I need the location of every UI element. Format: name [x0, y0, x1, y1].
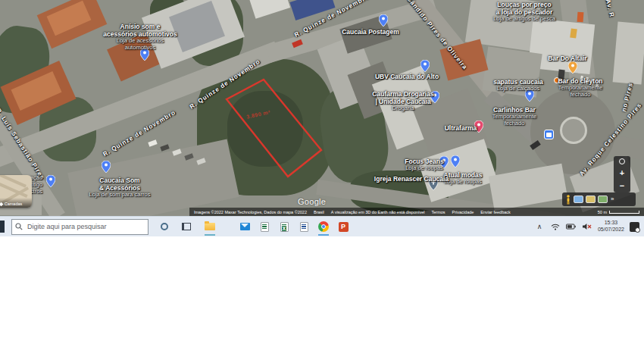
place-label-bar-do-altair[interactable]: Bar Do Altair — [548, 55, 587, 62]
screenshot-root: 3.890 m² R. Quinze de Novembro R. Quinze… — [0, 0, 644, 341]
building — [249, 0, 290, 19]
map-pin[interactable] — [568, 61, 577, 74]
car — [148, 139, 157, 146]
google-watermark[interactable]: Google — [298, 197, 326, 206]
powerpoint-icon: P — [339, 222, 349, 232]
google-maps-satellite-view[interactable]: 3.890 m² R. Quinze de Novembro R. Quinze… — [0, 0, 644, 216]
place-label-ubv-caucaia[interactable]: UBV Caucaia do Alto — [375, 73, 439, 80]
running-indicator — [205, 234, 215, 236]
map-pin[interactable] — [420, 60, 430, 72]
region-label: Brasil — [314, 210, 324, 214]
zoom-out-button[interactable]: − — [620, 182, 624, 190]
terms-link[interactable]: Termos — [432, 210, 445, 214]
layers-control[interactable]: Camadas — [0, 175, 32, 208]
chrome-button[interactable] — [317, 220, 330, 233]
action-center-icon[interactable] — [630, 222, 639, 232]
place-label-sapatus-caucaia[interactable]: sapatus caucaia Loja de calçados — [493, 78, 543, 92]
document-icon — [261, 222, 269, 232]
place-label-anisio-som[interactable]: Anísio som e acessórios automotivos Loja… — [103, 23, 177, 52]
place-label-caucaia-postagem[interactable]: Caucaia Postagem — [342, 28, 399, 36]
my-location-button[interactable] — [619, 158, 625, 164]
place-label-ultrafarma[interactable]: Ultrafarma — [445, 124, 477, 132]
word-file-icon — [300, 222, 308, 232]
imagery-bar: » — [562, 192, 636, 206]
imagery-thumbnail[interactable] — [586, 196, 596, 203]
street-label: no Pires — [621, 82, 634, 112]
taskbar-clock[interactable]: 15:33 05/07/2022 — [598, 220, 624, 233]
excel-file-icon — [280, 222, 289, 232]
building — [613, 21, 644, 84]
folder-icon — [205, 223, 215, 230]
place-label-atual-modas[interactable]: Atual modas Loja de roupas — [443, 171, 482, 186]
clock-time: 15:33 — [598, 220, 624, 227]
task-view-icon — [182, 223, 191, 230]
imagery-credit: Imagens ©2022 Maxar Technologies, Dados … — [194, 210, 307, 214]
car — [577, 12, 584, 23]
file-explorer-button[interactable] — [204, 220, 216, 233]
map-pin[interactable] — [46, 175, 55, 187]
transit-station-icon[interactable] — [544, 130, 554, 139]
place-label-caufarma[interactable]: Caufarma Drogarias | Unidade Caucaia Dro… — [372, 90, 433, 112]
place-label-partial[interactable]: ação ntigo stros — [30, 175, 42, 196]
search-icon — [15, 223, 23, 230]
system-tray: ∧ 15:33 05/07/2022 — [534, 220, 644, 233]
taskbar-search[interactable] — [11, 219, 148, 235]
pegman-icon[interactable] — [565, 195, 571, 205]
chrome-icon — [318, 221, 329, 232]
zoom-in-button[interactable]: + — [620, 169, 624, 177]
my-location-icon — [619, 158, 625, 164]
imagery-thumbnail[interactable] — [574, 196, 583, 203]
scale-label: 50 m — [598, 210, 607, 214]
street-label: Av. R — [605, 0, 616, 18]
tray-expand-chevron-icon[interactable]: ∧ — [534, 221, 545, 232]
clock-date: 05/07/2022 — [598, 227, 624, 233]
collapse-icon[interactable]: » — [611, 196, 614, 202]
wifi-icon[interactable] — [550, 221, 561, 232]
roundabout-island — [560, 117, 587, 144]
start-button[interactable] — [0, 221, 5, 233]
search-input[interactable] — [26, 222, 139, 231]
place-label-focus-jeans[interactable]: Focus Jeans Loja de roupas — [405, 158, 444, 172]
spreadsheet-button[interactable] — [258, 220, 270, 233]
task-view-button[interactable] — [180, 220, 192, 233]
layers-label: Camadas — [5, 202, 23, 206]
word-file-button[interactable] — [298, 220, 310, 233]
layers-icon — [0, 202, 3, 207]
building — [289, 0, 335, 20]
place-label-loucas-pescador[interactable]: Louças por preço a loja do pescador Loja… — [493, 1, 555, 23]
map-pin[interactable] — [379, 14, 388, 27]
car — [570, 29, 577, 39]
map-controls-panel: + − — [614, 156, 630, 192]
mail-button[interactable] — [239, 220, 251, 233]
building — [489, 164, 567, 211]
map-pin[interactable] — [102, 161, 111, 173]
blank-area — [0, 236, 644, 341]
place-label-carlinhos-bar[interactable]: Carlinhos Bar Temporariamente fechado — [492, 106, 536, 127]
battery-icon[interactable] — [566, 221, 577, 232]
vegetation — [227, 91, 303, 167]
place-label-bar-do-cleyton[interactable]: Bar do cleyton Temporariamente fechado — [558, 77, 602, 99]
scale-bar — [609, 211, 639, 214]
scale-control: 50 m — [598, 210, 639, 214]
mail-icon — [240, 223, 250, 230]
map-attribution: Imagens ©2022 Maxar Technologies, Dados … — [189, 208, 644, 216]
powerpoint-button[interactable]: P — [337, 220, 349, 233]
place-label-caucaia-som[interactable]: Caucaia Som & Acessórios Loja de som par… — [89, 177, 151, 199]
excel-file-button[interactable] — [278, 220, 290, 233]
place-label-igreja-renascer[interactable]: Igreja Renascer Caucaia — [374, 175, 449, 183]
cortana-button[interactable] — [158, 220, 170, 233]
map-pin[interactable] — [451, 155, 460, 167]
feedback-link[interactable]: Enviar feedback — [480, 210, 510, 214]
imagery-thumbnail[interactable] — [598, 196, 608, 203]
earth-3d-notice: A visualização em 3D do Earth não está d… — [331, 210, 425, 214]
active-indicator — [318, 234, 329, 236]
privacy-link[interactable]: Privacidade — [452, 210, 474, 214]
volume-muted-icon[interactable] — [582, 221, 592, 232]
cortana-icon — [161, 223, 168, 230]
windows-taskbar: P ∧ 15:33 05/07/2022 — [0, 216, 644, 236]
car — [160, 144, 169, 151]
